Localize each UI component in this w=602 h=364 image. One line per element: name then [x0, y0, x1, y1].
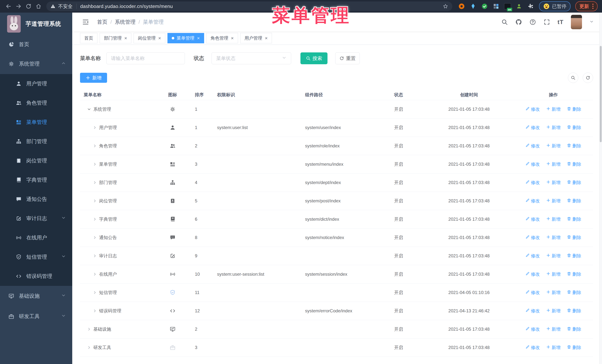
delete-link[interactable]: 删除 — [567, 106, 581, 112]
delete-link[interactable]: 删除 — [567, 253, 581, 259]
add-link[interactable]: 新增 — [546, 271, 560, 277]
toggle-search-button[interactable] — [568, 73, 578, 83]
delete-link[interactable]: 删除 — [567, 326, 581, 332]
extension-blue-icon[interactable] — [469, 3, 477, 10]
close-icon[interactable]: × — [197, 36, 200, 41]
add-link[interactable]: 新增 — [546, 326, 560, 332]
sidebar-item-role[interactable]: 角色管理 — [0, 93, 72, 113]
add-link[interactable]: 新增 — [546, 106, 560, 112]
edit-link[interactable]: 修改 — [525, 143, 540, 149]
breadcrumb-item[interactable]: 系统管理 — [115, 19, 136, 26]
close-icon[interactable]: × — [265, 36, 268, 41]
breadcrumb-item[interactable]: 首页 — [97, 19, 108, 26]
sidebar-item-post[interactable]: 岗位管理 — [0, 151, 72, 170]
edit-link[interactable]: 修改 — [525, 161, 540, 167]
help-icon[interactable] — [529, 19, 536, 25]
profile-paused-badge[interactable]: 已暂停 — [539, 1, 570, 11]
chevron-right-icon[interactable] — [92, 290, 97, 295]
add-link[interactable]: 新增 — [546, 290, 560, 295]
extension-orange-icon[interactable] — [458, 3, 465, 10]
close-icon[interactable]: × — [124, 36, 127, 41]
close-icon[interactable]: × — [158, 36, 161, 41]
delete-link[interactable]: 删除 — [567, 344, 581, 351]
delete-link[interactable]: 删除 — [567, 216, 581, 222]
sidebar-item-notice[interactable]: 通知公告 — [0, 190, 72, 209]
edit-link[interactable]: 修改 — [525, 125, 540, 131]
delete-link[interactable]: 删除 — [567, 290, 581, 295]
bookmark-star-icon[interactable] — [443, 3, 448, 9]
chevron-right-icon[interactable] — [92, 198, 97, 203]
add-link[interactable]: 新增 — [546, 161, 560, 167]
hamburger-icon[interactable] — [82, 18, 90, 26]
tab-菜单管理[interactable]: 菜单管理× — [167, 33, 204, 43]
chevron-right-icon[interactable] — [87, 327, 92, 332]
puzzle-icon[interactable] — [527, 3, 534, 10]
edit-link[interactable]: 修改 — [525, 180, 540, 186]
add-link[interactable]: 新增 — [546, 216, 560, 222]
chevron-right-icon[interactable] — [92, 217, 97, 222]
add-link[interactable]: 新增 — [546, 253, 560, 259]
add-link[interactable]: 新增 — [546, 308, 560, 314]
sidebar-item-errcode[interactable]: 错误码管理 — [0, 267, 72, 286]
reload-icon[interactable] — [24, 2, 32, 10]
font-size-icon[interactable]: tT — [558, 19, 563, 26]
edit-link[interactable]: 修改 — [525, 326, 540, 332]
user-avatar[interactable] — [571, 15, 582, 29]
extension-server-icon[interactable]: on — [504, 3, 511, 10]
edit-link[interactable]: 修改 — [525, 253, 540, 259]
delete-link[interactable]: 删除 — [567, 161, 581, 167]
sidebar-item-system[interactable]: 系统管理 — [0, 54, 72, 74]
chevron-down-icon[interactable] — [87, 107, 92, 112]
add-link[interactable]: 新增 — [546, 180, 560, 186]
delete-link[interactable]: 删除 — [567, 271, 581, 277]
search-icon[interactable] — [501, 19, 508, 25]
delete-link[interactable]: 删除 — [567, 198, 581, 204]
sidebar-item-online[interactable]: 在线用户 — [0, 228, 72, 247]
search-button[interactable]: 搜索 — [301, 52, 327, 64]
add-link[interactable]: 新增 — [546, 143, 560, 149]
sidebar-item-dict[interactable]: 字典管理 — [0, 170, 72, 190]
tab-首页[interactable]: 首页 — [80, 33, 97, 43]
delete-link[interactable]: 删除 — [567, 143, 581, 149]
edit-link[interactable]: 修改 — [525, 106, 540, 112]
chevron-down-icon[interactable] — [589, 20, 594, 25]
chevron-right-icon[interactable] — [87, 345, 92, 350]
chevron-right-icon[interactable] — [92, 180, 97, 185]
chevron-right-icon[interactable] — [92, 235, 97, 240]
sidebar-item-audit[interactable]: 审计日志 — [0, 209, 72, 228]
address-bar[interactable]: 不安全 dashboard.yudao.iocoder.cn/system/me… — [46, 1, 452, 11]
github-icon[interactable] — [515, 19, 522, 25]
tab-角色管理[interactable]: 角色管理× — [206, 33, 238, 43]
back-icon[interactable] — [4, 2, 13, 10]
add-link[interactable]: 新增 — [546, 125, 560, 131]
edit-link[interactable]: 修改 — [525, 235, 540, 240]
extension-green-check-icon[interactable] — [481, 3, 488, 10]
reset-button[interactable]: 重置 — [335, 52, 360, 64]
delete-link[interactable]: 删除 — [567, 308, 581, 314]
refresh-table-button[interactable] — [583, 73, 593, 83]
close-icon[interactable]: × — [231, 36, 234, 41]
menu-name-input[interactable] — [106, 52, 185, 64]
edit-link[interactable]: 修改 — [525, 271, 540, 277]
add-link[interactable]: 新增 — [546, 344, 560, 351]
delete-link[interactable]: 删除 — [567, 125, 581, 131]
sidebar-item-user[interactable]: 用户管理 — [0, 74, 72, 93]
add-link[interactable]: 新增 — [546, 198, 560, 204]
fullscreen-icon[interactable] — [543, 19, 550, 25]
edit-link[interactable]: 修改 — [525, 290, 540, 295]
chevron-right-icon[interactable] — [92, 162, 97, 167]
status-select[interactable]: 菜单状态 — [212, 52, 291, 64]
sidebar-item-sms[interactable]: 短信管理 — [0, 247, 72, 267]
tab-岗位管理[interactable]: 岗位管理× — [134, 33, 165, 43]
add-button[interactable]: 新增 — [80, 73, 107, 83]
chevron-right-icon[interactable] — [92, 308, 97, 313]
sidebar-item-home[interactable]: 首页 — [0, 35, 72, 54]
tab-用户管理[interactable]: 用户管理× — [240, 33, 272, 43]
sidebar-item-menu[interactable]: 菜单管理 — [0, 113, 72, 132]
chevron-right-icon[interactable] — [92, 272, 97, 277]
scrollbar-thumb[interactable] — [600, 46, 602, 142]
forward-icon[interactable] — [14, 2, 22, 10]
scrollbar[interactable] — [599, 13, 602, 364]
tab-部门管理[interactable]: 部门管理× — [100, 33, 131, 43]
home-icon[interactable] — [34, 2, 43, 10]
